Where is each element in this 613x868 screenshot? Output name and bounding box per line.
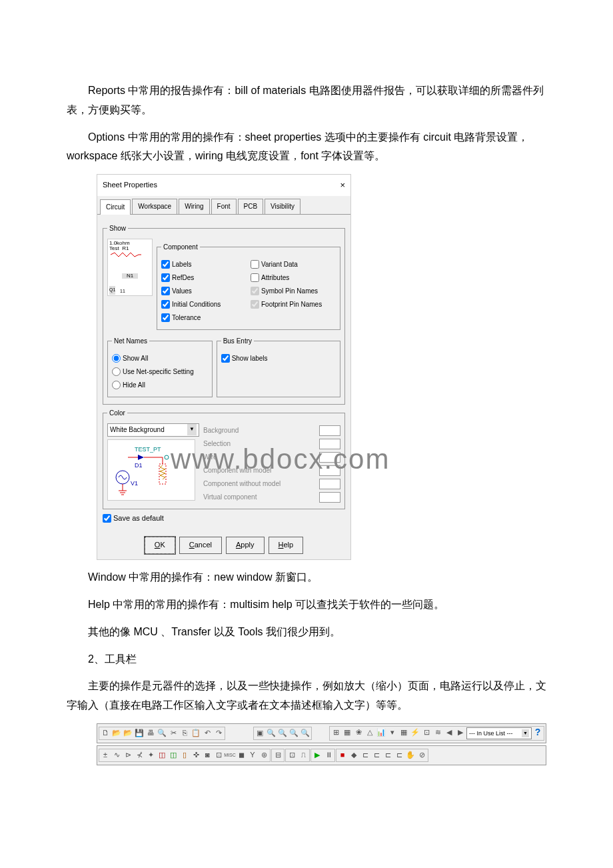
comp-icon[interactable]: ⊡ — [421, 727, 432, 738]
variant-data-checkbox[interactable] — [251, 260, 259, 269]
stop2-icon[interactable]: ◆ — [348, 750, 359, 761]
paste-icon[interactable]: 📋 — [191, 728, 201, 739]
chart-icon[interactable]: 📊 — [376, 727, 386, 738]
step-in-icon[interactable]: ⊏ — [360, 750, 370, 761]
zoom-out-icon[interactable]: 🔍 — [277, 728, 288, 739]
place-em-icon[interactable]: ⊛ — [259, 750, 269, 761]
place-pwr-icon[interactable]: ⊡ — [213, 750, 224, 761]
sub-icon[interactable]: ⎍ — [298, 750, 308, 761]
tab-visibility[interactable]: Visibility — [265, 199, 301, 214]
labels-checkbox[interactable] — [161, 260, 170, 269]
tab-font[interactable]: Font — [211, 199, 237, 214]
preview-icon[interactable]: 🔍 — [157, 728, 167, 739]
open-icon[interactable]: 📂 — [111, 728, 122, 739]
symbol-pin-checkbox[interactable] — [251, 287, 259, 295]
paragraph: Reports 中常用的报告操作有：bill of materials 电路图使… — [67, 81, 546, 120]
apply-button[interactable]: Apply — [226, 537, 265, 554]
sheet-properties-dialog: Sheet Properties × Circuit Workspace Wir… — [97, 174, 351, 560]
toolbar-1: 🗋 📂 📂 💾 🖶 🔍 ✂ ⎘ 📋 ↶ ↷ ▣ 🔍 🔍 🔍 🔍 ⊞ ▦ ❀ △ — [97, 723, 546, 743]
new-icon[interactable]: 🗋 — [100, 728, 111, 739]
tab-pcb[interactable]: PCB — [238, 199, 264, 214]
place-rf-icon[interactable]: Y — [247, 750, 258, 761]
zoom-fit-icon[interactable]: 🔍 — [300, 728, 310, 739]
brk2-icon[interactable]: ⊘ — [416, 750, 427, 761]
component-preview: 1.0kohm Test R1 N1 Q1 11 — [107, 239, 153, 296]
svg-text:D1: D1 — [135, 462, 143, 469]
place-adv-icon[interactable]: ◼ — [236, 750, 247, 761]
zoom-in-icon[interactable]: 🔍 — [266, 728, 277, 739]
ok-button[interactable]: OK — [145, 537, 175, 554]
anal-icon[interactable]: ≋ — [432, 727, 443, 738]
run-icon[interactable]: ▶ — [312, 750, 322, 761]
place-ind-icon[interactable]: ◙ — [202, 750, 213, 761]
save-icon[interactable]: 💾 — [134, 728, 145, 739]
place-analog-icon[interactable]: ✦ — [145, 750, 156, 761]
use-net-radio[interactable] — [112, 367, 121, 376]
break-icon[interactable]: ⚡ — [410, 727, 420, 738]
save-default-checkbox[interactable] — [103, 514, 111, 523]
bus-icon[interactable]: ⊟ — [273, 750, 283, 761]
full-icon[interactable]: ▣ — [255, 728, 265, 739]
place-source-icon[interactable]: ± — [100, 750, 111, 761]
place-cmos-icon[interactable]: ◫ — [168, 750, 179, 761]
step-out-icon[interactable]: ⊏ — [382, 750, 393, 761]
place-ttl-icon[interactable]: ◫ — [157, 750, 167, 761]
init-cond-checkbox[interactable] — [161, 300, 170, 309]
zoom-area-icon[interactable]: 🔍 — [289, 728, 299, 739]
values-checkbox[interactable] — [161, 287, 170, 295]
hide-all-radio[interactable] — [112, 381, 121, 389]
undo-icon[interactable]: ↶ — [202, 728, 213, 739]
cut-icon[interactable]: ✂ — [168, 728, 179, 739]
post-icon[interactable]: ▦ — [398, 727, 409, 738]
place-diode-icon[interactable]: ⊳ — [123, 750, 133, 761]
tolerance-checkbox[interactable] — [161, 313, 170, 322]
button-row: OK Cancel Apply Help — [97, 531, 350, 559]
bus-entry-group: Bus Entry Show labels — [217, 335, 340, 397]
help-button[interactable]: Help — [269, 537, 304, 554]
refdes-checkbox[interactable] — [161, 273, 170, 282]
show-all-radio[interactable] — [112, 354, 121, 363]
close-icon[interactable]: × — [340, 177, 345, 193]
pause-icon[interactable]: ⏸ — [323, 750, 334, 761]
spread-icon[interactable]: ▦ — [342, 727, 352, 738]
stop-icon[interactable]: ■ — [337, 750, 348, 761]
bus-entry-legend: Bus Entry — [221, 335, 254, 347]
place-basic-icon[interactable]: ∿ — [111, 750, 122, 761]
color-legend: Color — [107, 407, 127, 419]
tri-icon[interactable]: △ — [364, 727, 375, 738]
tab-workspace[interactable]: Workspace — [132, 199, 177, 214]
cancel-button[interactable]: Cancel — [179, 537, 222, 554]
hier-icon[interactable]: ⊞ — [330, 727, 341, 738]
brk-icon[interactable]: ✋ — [405, 750, 416, 761]
footprint-pin-checkbox[interactable] — [251, 300, 259, 309]
open2-icon[interactable]: 📂 — [123, 728, 133, 739]
print-icon[interactable]: 🖶 — [145, 728, 156, 739]
vc-swatch[interactable] — [319, 492, 340, 503]
show-labels-checkbox[interactable] — [221, 354, 230, 363]
step-to-icon[interactable]: ⊏ — [394, 750, 404, 761]
help-icon[interactable]: ? — [532, 727, 543, 738]
place-mixed-icon[interactable]: ✜ — [191, 750, 201, 761]
tab-circuit[interactable]: Circuit — [100, 199, 131, 215]
ed-icon[interactable]: ◀ — [444, 727, 454, 738]
copy-icon[interactable]: ⎘ — [179, 728, 190, 739]
step-over-icon[interactable]: ⊏ — [371, 750, 382, 761]
show-group: Show 1.0kohm Test R1 N1 Q1 11 Component … — [103, 223, 345, 405]
tab-wiring[interactable]: Wiring — [179, 199, 209, 214]
paragraph: 其他的像 MCU 、Transfer 以及 Tools 我们很少用到。 — [67, 623, 546, 642]
paragraph: 2、工具栏 — [67, 650, 546, 669]
place-misc2-icon[interactable]: MISC — [225, 750, 235, 761]
redo-icon[interactable]: ↷ — [213, 728, 224, 739]
place-misc-icon[interactable]: ▯ — [179, 750, 190, 761]
place-trans-icon[interactable]: ⊀ — [134, 750, 145, 761]
toolbar-2: ± ∿ ⊳ ⊀ ✦ ◫ ◫ ▯ ✜ ◙ ⊡ MISC ◼ Y ⊛ ⊟ ⊡ ⎍ ▶… — [97, 745, 546, 765]
hier2-icon[interactable]: ⊡ — [287, 750, 297, 761]
watermark: www.bdocx.com — [171, 434, 390, 485]
net-names-legend: Net Names — [112, 335, 149, 347]
svg-marker-0 — [138, 455, 144, 460]
attributes-checkbox[interactable] — [251, 273, 259, 282]
in-use-list-dropdown[interactable]: --- In Use List ---▼ — [466, 727, 532, 739]
arr-icon[interactable]: ▾ — [387, 727, 398, 738]
to-icon[interactable]: ▶ — [455, 727, 466, 738]
db-icon[interactable]: ❀ — [353, 727, 364, 738]
